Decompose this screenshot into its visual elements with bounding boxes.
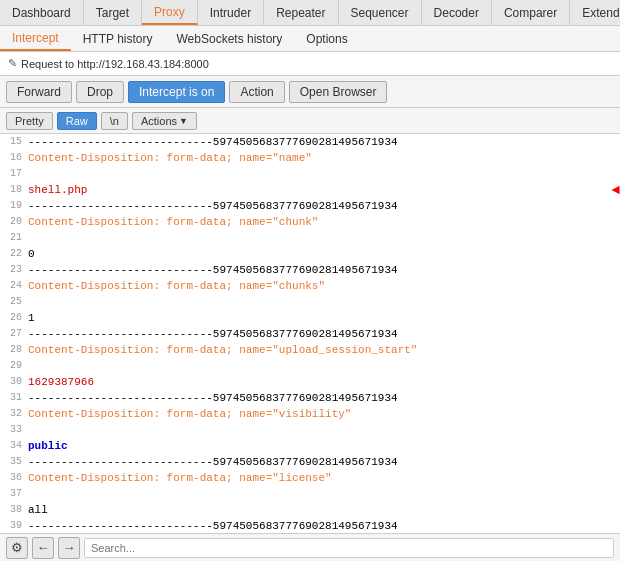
settings-icon-button[interactable]: ⚙ — [6, 537, 28, 559]
view-mode-toolbar: Pretty Raw \n Actions ▼ — [0, 108, 620, 134]
tab-comparer[interactable]: Comparer — [492, 0, 570, 25]
line-content: public — [28, 438, 620, 454]
edit-icon: ✎ — [8, 57, 17, 70]
tab-proxy[interactable]: Proxy — [142, 0, 198, 25]
line-number: 29 — [0, 358, 28, 374]
pretty-button[interactable]: Pretty — [6, 112, 53, 130]
line-content: ----------------------------597450568377… — [28, 518, 620, 533]
line-number: 16 — [0, 150, 28, 166]
line-content: 0 — [28, 246, 620, 262]
tab-dashboard[interactable]: Dashboard — [0, 0, 84, 25]
bottom-toolbar: ⚙ ← → — [0, 533, 620, 561]
line-number: 27 — [0, 326, 28, 342]
line-number: 33 — [0, 422, 28, 438]
table-row: 39----------------------------5974505683… — [0, 518, 620, 533]
line-content: ----------------------------597450568377… — [28, 390, 620, 406]
line-number: 25 — [0, 294, 28, 310]
open-browser-button[interactable]: Open Browser — [289, 81, 388, 103]
line-number: 26 — [0, 310, 28, 326]
table-row: 33 — [0, 422, 620, 438]
line-content: Content-Disposition: form-data; name="li… — [28, 470, 620, 486]
line-number: 30 — [0, 374, 28, 390]
line-content: ----------------------------597450568377… — [28, 326, 620, 342]
request-body-editor[interactable]: 15----------------------------5974505683… — [0, 134, 620, 533]
line-number: 20 — [0, 214, 28, 230]
actions-label: Actions — [141, 115, 177, 127]
proxy-navigation: Intercept HTTP history WebSockets histor… — [0, 26, 620, 52]
line-number: 15 — [0, 134, 28, 150]
table-row: 24Content-Disposition: form-data; name="… — [0, 278, 620, 294]
line-content: Content-Disposition: form-data; name="ch… — [28, 214, 620, 230]
arrow-right-icon: ◄ — [603, 182, 620, 198]
table-row: 19----------------------------5974505683… — [0, 198, 620, 214]
line-number: 23 — [0, 262, 28, 278]
line-number: 39 — [0, 518, 28, 533]
table-row: 20Content-Disposition: form-data; name="… — [0, 214, 620, 230]
line-number: 21 — [0, 230, 28, 246]
table-row: 31----------------------------5974505683… — [0, 390, 620, 406]
line-number: 24 — [0, 278, 28, 294]
tab-websockets-history[interactable]: WebSockets history — [165, 26, 295, 51]
table-row: 29 — [0, 358, 620, 374]
line-number: 28 — [0, 342, 28, 358]
line-content: ----------------------------597450568377… — [28, 134, 620, 150]
tab-intercept[interactable]: Intercept — [0, 26, 71, 51]
line-number: 19 — [0, 198, 28, 214]
table-row: 23----------------------------5974505683… — [0, 262, 620, 278]
table-row: 35----------------------------5974505683… — [0, 454, 620, 470]
line-content: ----------------------------597450568377… — [28, 198, 620, 214]
tab-intruder[interactable]: Intruder — [198, 0, 264, 25]
line-content: Content-Disposition: form-data; name="up… — [28, 342, 620, 358]
tab-repeater[interactable]: Repeater — [264, 0, 338, 25]
intercept-toggle-button[interactable]: Intercept is on — [128, 81, 225, 103]
table-row: 34public — [0, 438, 620, 454]
request-url: Request to http://192.168.43.184:8000 — [21, 58, 209, 70]
intercept-action-bar: Forward Drop Intercept is on Action Open… — [0, 76, 620, 108]
table-row: 18shell.php ◄ — [0, 182, 620, 198]
line-content: all — [28, 502, 620, 518]
line-number: 37 — [0, 486, 28, 502]
table-row: 17 — [0, 166, 620, 182]
table-row: 16Content-Disposition: form-data; name="… — [0, 150, 620, 166]
table-row: 15----------------------------5974505683… — [0, 134, 620, 150]
search-input[interactable] — [84, 538, 614, 558]
actions-dropdown-button[interactable]: Actions ▼ — [132, 112, 197, 130]
back-icon-button[interactable]: ← — [32, 537, 54, 559]
line-number: 22 — [0, 246, 28, 262]
tab-decoder[interactable]: Decoder — [422, 0, 492, 25]
top-navigation: Dashboard Target Proxy Intruder Repeater… — [0, 0, 620, 26]
forward-icon-button[interactable]: → — [58, 537, 80, 559]
line-content: 1 — [28, 310, 620, 326]
drop-button[interactable]: Drop — [76, 81, 124, 103]
raw-button[interactable]: Raw — [57, 112, 97, 130]
table-row: 38all — [0, 502, 620, 518]
tab-http-history[interactable]: HTTP history — [71, 26, 165, 51]
ln-button[interactable]: \n — [101, 112, 128, 130]
forward-button[interactable]: Forward — [6, 81, 72, 103]
line-content: ----------------------------597450568377… — [28, 454, 620, 470]
tab-sequencer[interactable]: Sequencer — [339, 0, 422, 25]
table-row: 220 — [0, 246, 620, 262]
table-row: 21 — [0, 230, 620, 246]
table-row: 25 — [0, 294, 620, 310]
line-number: 36 — [0, 470, 28, 486]
line-content: shell.php — [28, 182, 599, 198]
line-content: Content-Disposition: form-data; name="ch… — [28, 278, 620, 294]
action-button[interactable]: Action — [229, 81, 284, 103]
line-number: 35 — [0, 454, 28, 470]
tab-options[interactable]: Options — [294, 26, 359, 51]
line-content: Content-Disposition: form-data; name="vi… — [28, 406, 620, 422]
tab-extender[interactable]: Extender — [570, 0, 620, 25]
line-content: Content-Disposition: form-data; name="na… — [28, 150, 620, 166]
chevron-down-icon: ▼ — [179, 116, 188, 126]
table-row: 261 — [0, 310, 620, 326]
tab-target[interactable]: Target — [84, 0, 142, 25]
line-number: 18 — [0, 182, 28, 198]
table-row: 37 — [0, 486, 620, 502]
line-number: 32 — [0, 406, 28, 422]
table-row: 301629387966 — [0, 374, 620, 390]
table-row: 36Content-Disposition: form-data; name="… — [0, 470, 620, 486]
line-content: ----------------------------597450568377… — [28, 262, 620, 278]
line-number: 34 — [0, 438, 28, 454]
line-content: 1629387966 — [28, 374, 620, 390]
